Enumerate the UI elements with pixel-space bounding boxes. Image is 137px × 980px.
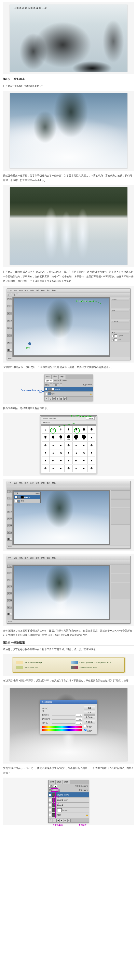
brush-preset[interactable]: ❋ xyxy=(65,441,72,449)
tool-icon[interactable]: ◐ xyxy=(7,525,10,527)
tool-icon[interactable]: ⬛ xyxy=(7,613,10,616)
tool-icon[interactable]: ⊗ xyxy=(10,342,13,344)
brush-preset[interactable]: 13 xyxy=(72,426,80,434)
trash-icon[interactable]: 🗑 xyxy=(63,397,66,400)
tool-icon[interactable]: ⬜ xyxy=(10,538,13,541)
layer-row[interactable]: ● Layer 1 xyxy=(49,808,89,813)
visibility-icon[interactable]: ● xyxy=(49,804,51,806)
tool-icon[interactable] xyxy=(8,294,11,296)
blend-mode-select[interactable]: 正常 xyxy=(45,379,53,382)
tool-icon[interactable]: ◈ xyxy=(10,585,13,588)
brush-preset[interactable]: 25 xyxy=(88,426,95,434)
ps-canvas[interactable] xyxy=(14,566,109,619)
layer-row[interactable]: ● Layer 1 xyxy=(111,334,129,338)
brush-preset[interactable]: ❋ xyxy=(42,465,49,472)
color-panel[interactable] xyxy=(110,574,130,582)
menu-item[interactable]: 帮助 xyxy=(52,482,56,485)
color-panel[interactable] xyxy=(110,499,130,508)
new-layer-icon[interactable]: ▦ xyxy=(64,819,67,822)
ps-toolbox[interactable]: ▭◫⬚✂✎✑▤◈T◉◐✥⊕⊗⬛⬜ xyxy=(7,297,13,356)
folder-icon[interactable]: ▣ xyxy=(56,397,59,400)
brush-preset[interactable]: ✦ xyxy=(49,465,57,472)
color-panel[interactable]: 颜色 xyxy=(110,309,130,319)
ps-canvas[interactable]: fit perfectly match! 75% xyxy=(14,299,109,355)
hue-saturation-dialog[interactable]: 色相/饱和度 编辑(E): 全图 色相(H): 0 饱和度(A): xyxy=(40,700,97,734)
layers-panel[interactable] xyxy=(110,583,130,599)
ps-toolbar[interactable] xyxy=(7,293,130,297)
tool-icon[interactable]: ⊕ xyxy=(7,342,10,344)
tool-icon[interactable]: ✑ xyxy=(10,312,13,315)
visibility-icon[interactable]: ● xyxy=(49,794,51,796)
tool-icon[interactable]: ◈ xyxy=(10,320,13,322)
ps-menubar[interactable]: 文件编辑图像图层选择滤镜视图窗口帮助 xyxy=(7,556,130,560)
tool-icon[interactable]: ◫ xyxy=(10,490,13,493)
brush-preset[interactable]: ● xyxy=(42,457,49,465)
tool-icon[interactable]: ✂ xyxy=(10,572,13,574)
visibility-icon[interactable]: ● xyxy=(45,393,47,395)
lock-all-icon[interactable] xyxy=(60,383,62,386)
brush-panel[interactable]: Master Diameter 200 px Hardness 13591319… xyxy=(40,415,97,474)
brush-preset[interactable]: ● xyxy=(72,449,80,457)
tab-layers[interactable]: 图层 xyxy=(44,375,52,379)
brush-preset[interactable]: ❋ xyxy=(42,441,49,449)
visibility-icon[interactable]: ● xyxy=(112,339,113,341)
preview-check[interactable]: 预览(P) xyxy=(84,729,95,732)
tool-icon[interactable]: ⬛ xyxy=(7,349,10,352)
tool-icon[interactable]: ⊕ xyxy=(7,606,10,609)
layers-blend-row[interactable]: 正常 不透明度: 100% xyxy=(44,379,93,383)
lock-transparent-icon[interactable] xyxy=(50,383,52,386)
tool-icon[interactable]: ✎ xyxy=(7,579,10,581)
tool-icon[interactable]: ✥ xyxy=(10,599,13,602)
layer-row[interactable]: ● 背景 xyxy=(111,338,129,342)
edit-row[interactable]: 编辑(E): 全图 xyxy=(42,707,82,713)
tab-channels[interactable]: 通道 xyxy=(56,780,63,784)
blend-mode-select[interactable]: 柔光 xyxy=(49,785,57,788)
new-layer-icon[interactable]: ▦ xyxy=(60,397,63,400)
brush-preset[interactable]: ✦ xyxy=(72,441,80,449)
tool-icon[interactable]: ▤ xyxy=(7,585,10,588)
fx-icon[interactable]: fx xyxy=(49,819,52,822)
tab-layers[interactable]: 图层 xyxy=(49,780,56,784)
menu-item[interactable]: 选择 xyxy=(30,557,34,560)
brush-preset[interactable]: ● xyxy=(88,434,95,441)
menu-item[interactable]: 窗口 xyxy=(46,289,50,292)
ps-menubar[interactable]: 文件编辑图像图层选择滤镜视图窗口帮助 xyxy=(7,481,130,485)
visibility-icon[interactable]: ● xyxy=(49,814,51,816)
tool-icon[interactable]: ✑ xyxy=(10,504,13,506)
tab-channels[interactable]: 通道 xyxy=(52,375,59,379)
tool-icon[interactable]: ◉ xyxy=(10,592,13,595)
tool-icon[interactable]: ⊗ xyxy=(10,531,13,534)
menu-item[interactable]: 编辑 xyxy=(14,557,17,560)
load-button[interactable]: 载入(L)... xyxy=(84,715,95,719)
layers-bottom-bar[interactable]: fx ◐ ◑ ▣ ▦ 🗑 xyxy=(49,818,89,822)
tool-icon[interactable]: ◈ xyxy=(10,511,13,513)
tool-icon[interactable]: ✎ xyxy=(7,504,10,506)
ps-toolbar[interactable] xyxy=(7,560,130,565)
tool-icon[interactable]: T xyxy=(7,592,10,595)
brush-preset[interactable]: 65 xyxy=(57,434,65,441)
tool-icon[interactable]: ▤ xyxy=(7,320,10,322)
light-value[interactable]: 0 xyxy=(76,722,82,725)
visibility-icon[interactable]: ● xyxy=(45,388,47,390)
visibility-icon[interactable]: ● xyxy=(15,496,17,498)
layers-lock-row[interactable]: 锁定: 填充: 100% xyxy=(44,383,93,387)
brush-preset[interactable]: ✦ xyxy=(72,465,80,472)
layers-tabs[interactable]: 图层 通道 路径 xyxy=(49,780,89,784)
brush-preset[interactable]: 200 xyxy=(72,434,80,441)
tool-icon[interactable]: ▤ xyxy=(7,511,10,513)
menu-item[interactable]: 图像 xyxy=(19,482,23,485)
menu-item[interactable]: 窗口 xyxy=(46,557,50,560)
tool-icon[interactable]: T xyxy=(7,327,10,329)
brush-preset[interactable]: ● xyxy=(88,457,95,465)
navigator-panel[interactable]: 导航器 xyxy=(110,298,130,308)
tool-icon[interactable]: ✂ xyxy=(10,305,13,307)
menu-item[interactable]: 图层 xyxy=(25,482,28,485)
hue-row[interactable]: 色相(H): 0 xyxy=(42,714,82,716)
folder-icon[interactable]: ▣ xyxy=(60,819,63,822)
adjustment-icon[interactable]: ◑ xyxy=(52,397,56,400)
tool-icon[interactable]: ▭ xyxy=(7,565,10,568)
menu-item[interactable]: 帮助 xyxy=(52,289,56,292)
brush-preset[interactable]: ❋ xyxy=(72,457,80,465)
tool-icon[interactable]: ◫ xyxy=(10,298,13,300)
tool-icon[interactable]: ▭ xyxy=(7,298,10,300)
